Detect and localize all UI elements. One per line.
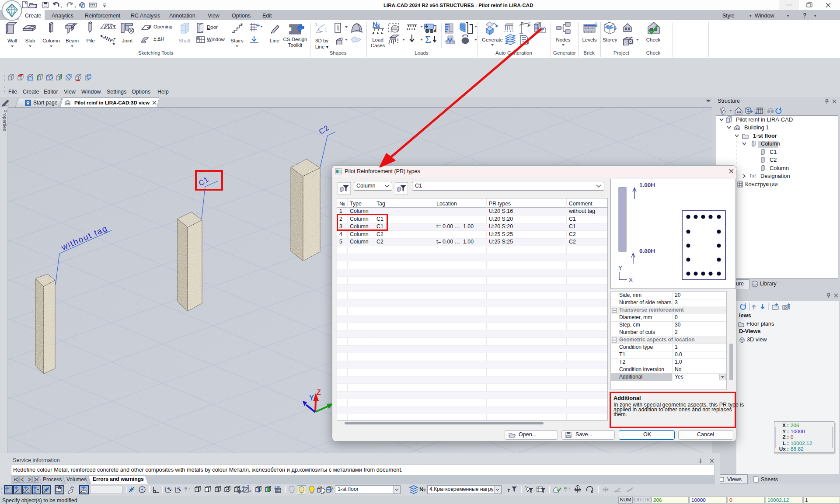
svg-text:X: X bbox=[629, 277, 633, 283]
svg-text:0.00H: 0.00H bbox=[639, 248, 655, 254]
svg-text:Y: Y bbox=[618, 264, 622, 271]
svg-text:1: 1 bbox=[315, 22, 317, 27]
svg-text:Σ: Σ bbox=[425, 34, 431, 45]
svg-text:1: 1 bbox=[324, 27, 327, 32]
svg-text:Z: Z bbox=[317, 389, 321, 396]
svg-text:1.00H: 1.00H bbox=[639, 182, 655, 188]
svg-text:Txt: Txt bbox=[749, 173, 756, 178]
svg-text:X: X bbox=[168, 487, 171, 490]
svg-text:№: № bbox=[419, 486, 426, 493]
svg-text:Y: Y bbox=[178, 487, 180, 490]
svg-text:№: № bbox=[373, 21, 380, 28]
svg-text:Y: Y bbox=[309, 394, 314, 402]
